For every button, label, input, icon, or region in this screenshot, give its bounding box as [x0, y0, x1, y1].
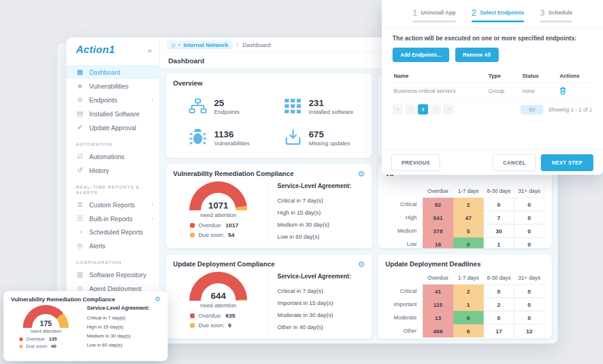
- legend-overdue: Overdue: 1017: [190, 222, 238, 228]
- heatmap-cell: 2: [453, 284, 484, 298]
- sidebar-item-label: Vulnerabilities: [89, 83, 128, 90]
- sla-panel: Service-Level Agreement: Critical in 7 d…: [267, 272, 365, 333]
- column-header: Overdue: [423, 186, 453, 198]
- pagination-next-button[interactable]: ›: [431, 104, 441, 115]
- stat-value: 675: [309, 129, 350, 140]
- row-label: Critical: [385, 284, 423, 298]
- sidebar-item-built-in-reports[interactable]: ☰ Built-in Reports ›: [66, 212, 159, 225]
- sidebar-item-endpoints[interactable]: ⊚ Endpoints ›: [66, 93, 159, 107]
- step-uninstall-app[interactable]: 1 Uninstall App: [412, 7, 456, 27]
- page-size-select[interactable]: 50: [520, 105, 543, 115]
- heatmap-cell: 82: [423, 198, 453, 211]
- step-number: 2: [472, 7, 476, 17]
- sidebar-item-installed-software[interactable]: ▤ Installed Software: [66, 107, 159, 121]
- step-select-endpoints[interactable]: 2 Select Endpoints: [472, 7, 524, 27]
- sidebar-item-automations[interactable]: ☑ Automations: [66, 149, 159, 163]
- heatmap-cell: 0: [514, 298, 545, 311]
- gear-icon[interactable]: ⚙: [154, 296, 160, 303]
- vulnerabilities-icon: ◈: [76, 82, 84, 90]
- sidebar-item-update-approval[interactable]: ✔ Update Approval: [66, 121, 159, 134]
- sla-item: Critical in 7 day(s): [277, 194, 365, 206]
- pagination-page-1-button[interactable]: 1: [418, 104, 428, 115]
- heatmap-cell: 1: [453, 298, 484, 311]
- step-label: Uninstall App: [421, 10, 456, 16]
- sidebar-item-alerts[interactable]: ◎ Alerts: [66, 239, 159, 253]
- sidebar-item-label: Dashboard: [89, 69, 120, 76]
- heatmap-cell: 0: [514, 237, 545, 248]
- step-schedule[interactable]: 3 Schedule: [540, 7, 572, 27]
- column-header: Name: [394, 73, 488, 79]
- next-step-button[interactable]: NEXT STEP: [541, 154, 593, 171]
- heatmap-cell: 0: [514, 311, 545, 324]
- heatmap-cell: 0: [514, 284, 545, 298]
- pagination-prev-button[interactable]: ‹: [405, 104, 415, 115]
- compliance-gauge: 644: [189, 272, 247, 301]
- endpoint-name: Business-critical servers: [394, 87, 488, 94]
- orange-dot-icon: [19, 345, 23, 348]
- sidebar-item-software-repository[interactable]: ▥ Software Repository: [66, 268, 159, 281]
- sidebar-section-configuration: CONFIGURATION: [66, 253, 159, 268]
- heatmap-cell: 378: [423, 224, 453, 237]
- sidebar-item-history[interactable]: ↺ History: [66, 163, 159, 177]
- breadcrumb-location[interactable]: Internal Network: [183, 42, 228, 48]
- stat-label: Vulnerabilities: [214, 140, 250, 146]
- sla-item: Medium in 30 day(s): [277, 218, 365, 230]
- stat-installed-software: 231 Installed software: [269, 90, 365, 122]
- sidebar-item-label: Endpoints: [89, 96, 118, 104]
- gear-icon[interactable]: ⚙: [358, 170, 365, 178]
- remove-all-button[interactable]: Remove All: [455, 48, 499, 62]
- table-row[interactable]: Business-critical servers Group none: [393, 83, 592, 99]
- step-number: 1: [412, 7, 417, 17]
- sidebar-item-label: Custom Reports: [89, 201, 135, 209]
- chevron-down-icon: ▾: [178, 43, 181, 48]
- column-header: 31+ days: [514, 186, 545, 198]
- vulnerability-deadlines-table: Overdue 1-7 days 8-30 days 31+ days Crit…: [385, 186, 545, 248]
- home-icon: ⌂: [171, 42, 175, 48]
- sla-item: Important in 15 day(s): [277, 297, 365, 309]
- row-label: Low: [385, 237, 423, 248]
- card-title: Overview: [173, 80, 203, 87]
- dashboard-icon: ▦: [76, 68, 84, 76]
- heatmap-cell: 0: [484, 284, 514, 298]
- endpoint-status: none: [522, 87, 560, 94]
- sidebar-item-label: Software Repository: [89, 271, 147, 278]
- heatmap-cell: 0: [514, 198, 545, 211]
- software-repository-icon: ▥: [76, 271, 84, 278]
- stat-value: 1136: [214, 129, 250, 140]
- pagination-first-button[interactable]: «: [393, 104, 403, 115]
- sidebar-item-dashboard[interactable]: ▦ Dashboard: [66, 65, 159, 79]
- chevron-right-icon: ›: [151, 201, 153, 208]
- heatmap-cell: 13: [423, 311, 453, 324]
- wizard-description: The action will be executed on one or mo…: [393, 35, 592, 42]
- heatmap-cell: 5: [453, 224, 484, 237]
- delete-icon[interactable]: [560, 87, 591, 95]
- pagination-last-button[interactable]: »: [443, 104, 453, 115]
- add-endpoints-button[interactable]: Add Endpoints...: [393, 48, 449, 62]
- sidebar-item-label: Update Approval: [89, 124, 136, 131]
- sidebar-item-custom-reports[interactable]: ≣ Custom Reports ›: [66, 198, 159, 212]
- stat-missing-updates: 675 Missing updates: [269, 122, 365, 153]
- collapse-sidebar-icon[interactable]: «: [148, 46, 152, 55]
- sla-item: Critical in 7 day(s): [87, 313, 160, 322]
- sla-item: High in 15 day(s): [277, 206, 365, 218]
- heatmap-cell: 0: [484, 311, 514, 324]
- wizard-steps: 1 Uninstall App 2 Select Endpoints 3 Sch…: [382, 0, 603, 28]
- legend-overdue: Overdue: 635: [190, 312, 235, 319]
- history-icon: ↺: [76, 166, 84, 174]
- legend-due-soon: Due soon: 40: [19, 344, 57, 349]
- sidebar-item-vulnerabilities[interactable]: ◈ Vulnerabilities: [66, 79, 159, 93]
- sidebar-item-scheduled-reports[interactable]: ◔ Scheduled Reports: [66, 225, 159, 239]
- cancel-button[interactable]: CANCEL: [493, 154, 536, 171]
- previous-button[interactable]: PREVIOUS: [391, 154, 440, 171]
- card-title: Update Deployment Compliance: [173, 260, 275, 268]
- column-header: 1-7 days: [453, 186, 484, 198]
- gear-icon[interactable]: ⚙: [358, 260, 365, 268]
- software-grid-icon: [285, 98, 302, 115]
- vulnerability-compliance-popout-card: Vulnerability Remediation Compliance ⚙ 1…: [4, 291, 168, 361]
- update-approval-icon: ✔: [76, 124, 84, 131]
- row-label: High: [385, 211, 423, 224]
- org-selector[interactable]: ⌂ ▾ Internal Network: [167, 40, 233, 49]
- heatmap-cell: 0: [453, 237, 484, 248]
- stat-label: Endpoints: [214, 108, 239, 115]
- built-in-reports-icon: ☰: [76, 215, 84, 222]
